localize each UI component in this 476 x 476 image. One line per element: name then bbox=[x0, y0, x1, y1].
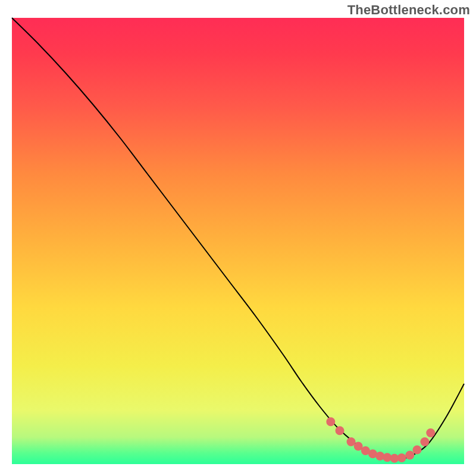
bottleneck-chart bbox=[0, 0, 476, 476]
optimal-dot bbox=[397, 453, 406, 462]
optimal-dot bbox=[326, 417, 335, 426]
plot-background bbox=[12, 18, 464, 464]
optimal-dot bbox=[405, 451, 414, 460]
chart-container: TheBottleneck.com bbox=[0, 0, 476, 476]
optimal-dot bbox=[420, 437, 429, 446]
optimal-dot bbox=[336, 426, 345, 435]
optimal-dot bbox=[412, 446, 421, 455]
optimal-dot bbox=[426, 428, 435, 437]
watermark-text: TheBottleneck.com bbox=[347, 2, 470, 18]
